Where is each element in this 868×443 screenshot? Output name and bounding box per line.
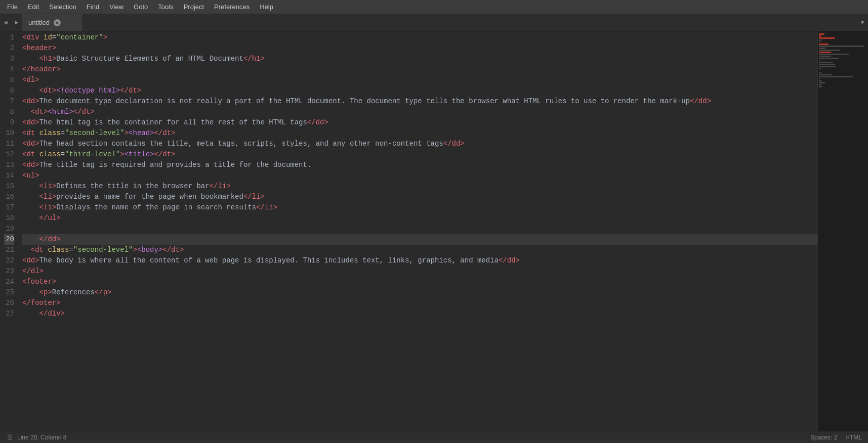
minimap-content [818, 31, 868, 90]
minimap-line-26 [819, 84, 821, 85]
code-line-7: <dd>The document type declaration is not… [22, 96, 817, 107]
minimap-line-12 [819, 56, 831, 57]
code-line-22: <dd>The body is where all the content of… [22, 255, 817, 266]
menu-item-edit[interactable]: Edit [23, 2, 44, 12]
line-numbers: 1234567891011121314151617181920212223242… [0, 31, 20, 431]
menu-item-project[interactable]: Project [179, 2, 209, 12]
minimap-line-3 [819, 37, 835, 39]
minimap-line-17 [819, 66, 836, 67]
line-number-21: 21 [4, 245, 14, 255]
minimap-line-9 [819, 50, 840, 51]
line-number-1: 1 [4, 32, 14, 43]
code-line-6: <dt><!doctype html></dt> [22, 85, 817, 96]
menu-bar: FileEditSelectionFindViewGotoToolsProjec… [0, 0, 868, 14]
code-line-18: </ul> [22, 213, 817, 224]
line-number-9: 9 [4, 117, 14, 128]
minimap-line-11 [819, 54, 849, 55]
code-line-23: </dl> [22, 266, 817, 277]
code-line-3: <h1>Basic Structure Elements of an HTML … [22, 54, 817, 64]
code-line-27: </div> [22, 308, 817, 319]
cursor-position: Line 20, Column 8 [17, 434, 66, 441]
code-line-10: <dt class="second-level"><head></dt> [22, 128, 817, 139]
code-line-24: <footer> [22, 277, 817, 287]
line-number-8: 8 [4, 107, 14, 117]
minimap-line-4 [819, 39, 821, 41]
tab-dropdown[interactable]: ▼ [857, 14, 868, 31]
code-line-1: <div id="container"> [22, 32, 817, 43]
minimap-line-23 [819, 78, 820, 79]
minimap-line-2 [819, 35, 821, 37]
line-number-5: 5 [4, 75, 14, 85]
code-line-20: </dd> [22, 234, 817, 245]
status-right: Spaces: 2 HTML [810, 434, 862, 441]
minimap-line-10 [819, 52, 831, 53]
status-icon: ☰ [6, 434, 13, 441]
minimap-line-18 [819, 68, 821, 69]
tab-label: untitled [28, 19, 50, 26]
minimap-line-27 [819, 86, 822, 87]
line-number-26: 26 [4, 298, 14, 308]
minimap-line-14 [819, 60, 820, 61]
menu-item-selection[interactable]: Selection [44, 2, 81, 12]
minimap-line-24 [819, 80, 821, 81]
code-line-17: <li>Displays the name of the page in sea… [22, 202, 817, 213]
code-line-4: </header> [22, 64, 817, 75]
code-line-21: <dt class="second-level"><body></dt> [22, 245, 817, 255]
language-indicator: HTML [845, 434, 862, 441]
line-number-14: 14 [4, 170, 14, 181]
code-line-26: </footer> [22, 298, 817, 308]
code-line-16: <li>provides a name for the page when bo… [22, 192, 817, 202]
code-line-11: <dd>The head section contains the title,… [22, 139, 817, 149]
minimap-line-5 [819, 41, 820, 43]
minimap-line-20 [819, 72, 821, 73]
menu-item-help[interactable]: Help [255, 2, 278, 12]
code-line-13: <dd>The title tag is required and provid… [22, 160, 817, 170]
line-number-17: 17 [4, 202, 14, 213]
line-number-19: 19 [4, 224, 14, 234]
minimap-line-15 [819, 62, 833, 63]
code-line-14: <ul> [22, 170, 817, 181]
tab-nav-left[interactable]: ◀ [0, 14, 11, 31]
active-tab[interactable]: untitled ● [22, 14, 83, 31]
line-number-23: 23 [4, 266, 14, 277]
editor-container: 1234567891011121314151617181920212223242… [0, 31, 868, 431]
minimap-line-21 [819, 74, 832, 75]
tab-close-button[interactable]: ● [54, 19, 61, 26]
code-area[interactable]: <div id="container"><header> <h1>Basic S… [20, 31, 817, 431]
menu-item-goto[interactable]: Goto [129, 2, 153, 12]
code-line-8: <dt><html></dt> [22, 107, 817, 117]
line-number-3: 3 [4, 54, 14, 64]
line-number-2: 2 [4, 43, 14, 54]
minimap-line-25 [819, 82, 825, 83]
minimap-line-22 [819, 76, 853, 77]
minimap-line-13 [819, 58, 839, 59]
code-line-5: <dl> [22, 75, 817, 85]
line-number-4: 4 [4, 64, 14, 75]
tab-nav-right[interactable]: ▶ [11, 14, 22, 31]
line-number-18: 18 [4, 213, 14, 224]
line-number-6: 6 [4, 85, 14, 96]
minimap-line-1 [819, 33, 824, 35]
line-number-11: 11 [4, 139, 14, 149]
menu-item-view[interactable]: View [104, 2, 129, 12]
line-number-24: 24 [4, 277, 14, 287]
menu-item-preferences[interactable]: Preferences [209, 2, 255, 12]
line-number-13: 13 [4, 160, 14, 170]
line-number-10: 10 [4, 128, 14, 139]
line-number-15: 15 [4, 181, 14, 192]
menu-item-file[interactable]: File [2, 2, 23, 12]
line-number-22: 22 [4, 255, 14, 266]
minimap-line-7 [819, 46, 864, 47]
tab-bar: ◀ ▶ untitled ● ▼ [0, 14, 868, 31]
status-bar: ☰ Line 20, Column 8 Spaces: 2 HTML [0, 431, 868, 443]
code-line-19 [22, 224, 817, 234]
line-number-16: 16 [4, 192, 14, 202]
status-left: ☰ Line 20, Column 8 [6, 434, 66, 441]
minimap-line-6 [819, 43, 829, 45]
line-number-20: 20 [4, 234, 14, 245]
menu-item-find[interactable]: Find [81, 2, 104, 12]
minimap-line-8 [819, 48, 825, 49]
menu-item-tools[interactable]: Tools [153, 2, 178, 12]
code-line-9: <dd>The html tag is the container for al… [22, 117, 817, 128]
code-line-25: <p>References</p> [22, 287, 817, 298]
